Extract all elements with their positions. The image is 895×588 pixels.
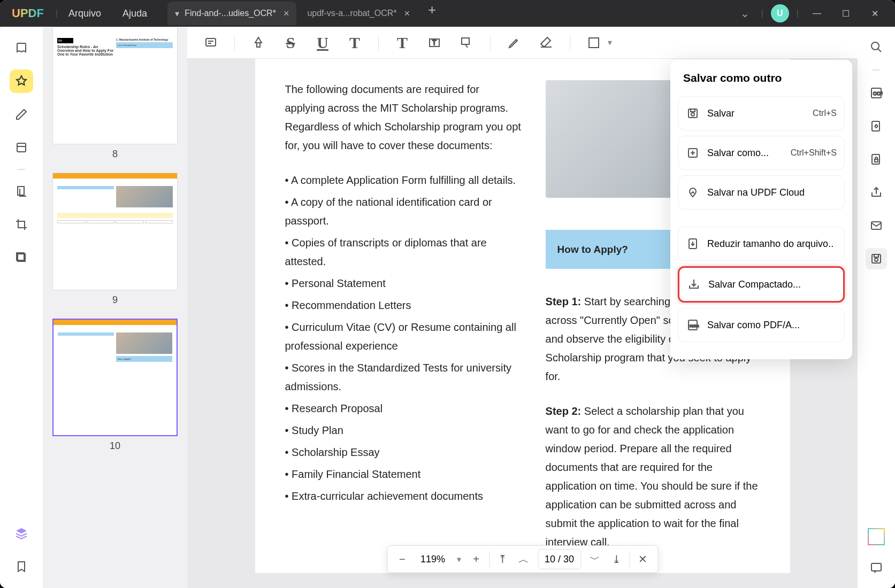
shape-icon[interactable] <box>585 34 602 51</box>
zoom-in-button[interactable]: + <box>465 548 487 570</box>
bullet-item: • A copy of the national identification … <box>285 193 522 230</box>
text-icon[interactable]: T <box>394 34 411 51</box>
menu-help[interactable]: Ajuda <box>112 8 158 19</box>
squiggly-icon[interactable]: T <box>346 34 363 51</box>
convert-icon[interactable] <box>866 115 887 137</box>
panel-item-label: Salvar <box>707 108 735 119</box>
chat-icon[interactable] <box>866 557 887 578</box>
maximize-button[interactable]: ☐ <box>835 3 856 24</box>
first-page-icon[interactable]: ⤒ <box>492 548 513 570</box>
shortcut: Ctrl+Shift+S <box>791 148 837 158</box>
bullet-item: • Research Proposal <box>285 399 522 418</box>
step-label: Step 2: <box>546 405 582 417</box>
callout-icon[interactable] <box>458 34 475 51</box>
thumbnail-page-8[interactable]: 04 Scholarship Rules - An Overview and H… <box>52 27 178 144</box>
save-variant-icon: PDF/A <box>686 318 700 332</box>
add-tab-button[interactable]: + <box>420 2 443 25</box>
tab-inactive[interactable]: updf-vs-a...robat_OCR* × <box>300 2 417 25</box>
pencil-icon[interactable] <box>506 34 523 51</box>
separator <box>570 35 570 50</box>
svg-rect-26 <box>875 159 878 162</box>
panel-item-label: Reduzir tamanho do arquivo.. <box>707 238 833 250</box>
comment-icon[interactable] <box>202 34 219 51</box>
save-variant-icon <box>686 146 700 160</box>
menu-file[interactable]: Arquivo <box>58 8 112 19</box>
panel-item-label: Salvar Compactado... <box>708 279 801 290</box>
ai-icon[interactable] <box>866 526 887 547</box>
ocr-icon[interactable]: OCR <box>866 82 887 104</box>
email-icon[interactable] <box>866 215 887 236</box>
svg-text:OCR: OCR <box>873 91 883 96</box>
crop-icon[interactable] <box>10 213 33 236</box>
zoom-level[interactable]: 119% <box>413 554 453 565</box>
save-icon[interactable] <box>866 248 887 269</box>
tab-active[interactable]: ▾ Find-and-...udies_OCR* × <box>167 2 296 25</box>
thumbnail-page-10[interactable]: How to Apply? <box>52 319 178 436</box>
svg-rect-30 <box>874 254 878 257</box>
panel-item-label: Salvar como... <box>707 148 769 159</box>
thumbnail-number: 10 <box>52 440 178 452</box>
eraser-icon[interactable] <box>538 34 555 51</box>
divider: | <box>761 9 763 18</box>
svg-rect-11 <box>462 38 469 44</box>
separator <box>18 169 25 170</box>
svg-rect-15 <box>691 109 695 112</box>
panel-item-salvar-como-pdf-a-[interactable]: PDF/ASalvar como PDF/A... <box>678 308 845 342</box>
last-page-icon[interactable]: ⤓ <box>606 548 627 570</box>
zoom-dropdown-icon[interactable]: ▾ <box>453 554 465 564</box>
separator <box>873 69 880 71</box>
chevron-down-icon[interactable]: ⌄ <box>736 7 754 20</box>
divider: | <box>797 9 799 18</box>
thumbnail-page-9[interactable] <box>52 173 178 290</box>
prev-page-icon[interactable]: ︿ <box>513 548 534 570</box>
right-rail: OCR <box>858 27 895 588</box>
bullet-item: • Recommendation Letters <box>285 296 522 315</box>
redact-icon[interactable] <box>10 246 33 269</box>
close-icon[interactable]: × <box>284 8 289 19</box>
user-avatar[interactable]: U <box>771 4 789 22</box>
tabs: ▾ Find-and-...udies_OCR* × updf-vs-a...r… <box>167 2 443 25</box>
tab-dropdown-icon[interactable]: ▾ <box>175 9 179 19</box>
panel-item-salvar-compactado-[interactable]: Salvar Compactado... <box>678 266 845 303</box>
page-input[interactable]: 10 / 30 <box>538 549 581 569</box>
highlight-icon[interactable] <box>250 34 267 51</box>
textbox-icon[interactable]: T <box>426 34 443 51</box>
panel-item-label: Salvar na UPDF Cloud <box>707 187 805 198</box>
svg-rect-31 <box>871 563 881 571</box>
close-pager-icon[interactable]: ✕ <box>632 548 653 570</box>
annotate-icon[interactable] <box>10 69 33 93</box>
separator <box>490 35 491 50</box>
svg-rect-5 <box>206 38 216 46</box>
panel-item-reduzir-tamanho-do-arquivo-[interactable]: Reduzir tamanho do arquivo.. <box>678 227 845 261</box>
panel-item-salvar-como-[interactable]: Salvar como...Ctrl+Shift+S <box>678 136 845 170</box>
panel-item-salvar-na-updf-cloud[interactable]: Salvar na UPDF Cloud <box>678 175 845 210</box>
strikethrough-icon[interactable]: S <box>282 34 299 51</box>
layers-icon[interactable] <box>10 522 33 545</box>
organize-icon[interactable] <box>10 136 33 159</box>
bookmark-icon[interactable] <box>10 555 33 578</box>
underline-icon[interactable]: U <box>314 34 331 51</box>
svg-rect-0 <box>17 143 26 152</box>
close-icon[interactable]: × <box>404 8 410 19</box>
close-button[interactable]: ✕ <box>864 3 885 24</box>
doc-intro: The following documents are required for… <box>285 80 522 155</box>
zoom-out-button[interactable]: − <box>392 548 413 570</box>
minimize-button[interactable]: — <box>806 3 828 24</box>
bullet-item: • A complete Application Form fulfilling… <box>285 171 522 190</box>
bullet-item: • Curriculum Vitae (CV) or Resume contai… <box>285 318 522 355</box>
svg-line-21 <box>878 49 881 52</box>
search-icon[interactable] <box>866 36 887 58</box>
titlebar: UPDF | Arquivo Ajuda ▾ Find-and-...udies… <box>0 0 895 27</box>
panel-item-salvar[interactable]: SalvarCtrl+S <box>678 96 845 130</box>
edit-icon[interactable] <box>10 103 33 126</box>
thumbnails-panel[interactable]: 04 Scholarship Rules - An Overview and H… <box>43 27 187 588</box>
separator <box>378 35 379 50</box>
save-variant-icon <box>686 185 700 199</box>
pages-icon[interactable] <box>10 180 33 203</box>
shape-dropdown-icon[interactable]: ▾ <box>608 37 612 48</box>
next-page-icon[interactable]: ﹀ <box>584 548 606 570</box>
share-icon[interactable] <box>866 182 887 203</box>
reader-icon[interactable] <box>10 36 33 60</box>
separator <box>489 551 489 567</box>
protect-icon[interactable] <box>866 149 887 170</box>
